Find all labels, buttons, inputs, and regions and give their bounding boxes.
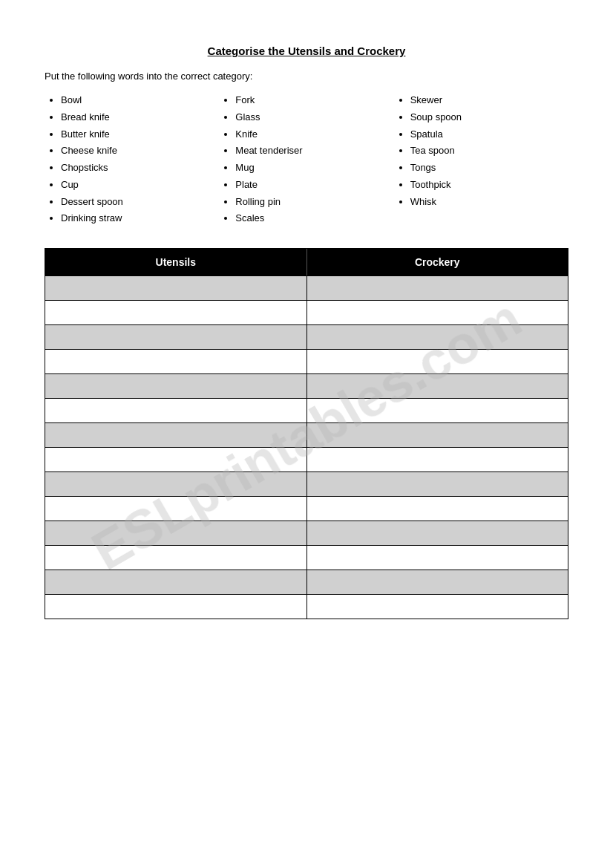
word-column-3: Skewer Soup spoon Spatula Tea spoon Tong… bbox=[394, 92, 568, 227]
list-item: Bread knife bbox=[61, 109, 212, 126]
table-row bbox=[45, 471, 568, 496]
cell-utensils[interactable] bbox=[45, 546, 307, 570]
table-row bbox=[45, 496, 568, 521]
instructions: Put the following words into the correct… bbox=[45, 71, 568, 82]
cell-utensils[interactable] bbox=[45, 472, 307, 496]
cell-utensils[interactable] bbox=[45, 521, 307, 545]
cell-utensils[interactable] bbox=[45, 595, 307, 619]
list-item: Soup spoon bbox=[410, 109, 561, 126]
header-crockery: Crockery bbox=[307, 249, 568, 275]
cell-crockery[interactable] bbox=[307, 301, 568, 324]
cell-crockery[interactable] bbox=[307, 521, 568, 545]
categorize-table: Utensils Crockery bbox=[45, 248, 568, 619]
list-item: Whisk bbox=[410, 194, 561, 211]
cell-utensils[interactable] bbox=[45, 374, 307, 398]
table-row bbox=[45, 422, 568, 447]
cell-crockery[interactable] bbox=[307, 325, 568, 349]
cell-crockery[interactable] bbox=[307, 276, 568, 300]
table-row bbox=[45, 300, 568, 324]
list-item: Scales bbox=[235, 210, 386, 227]
list-item: Drinking straw bbox=[61, 210, 212, 227]
cell-utensils[interactable] bbox=[45, 276, 307, 300]
list-item: Tea spoon bbox=[410, 143, 561, 160]
table-row bbox=[45, 447, 568, 471]
list-item: Bowl bbox=[61, 92, 212, 109]
list-item: Chopsticks bbox=[61, 160, 212, 177]
word-columns: Bowl Bread knife Butter knife Cheese kni… bbox=[45, 92, 568, 227]
list-item: Mug bbox=[235, 160, 386, 177]
cell-utensils[interactable] bbox=[45, 399, 307, 422]
cell-crockery[interactable] bbox=[307, 374, 568, 398]
word-column-1: Bowl Bread knife Butter knife Cheese kni… bbox=[45, 92, 219, 227]
table-header: Utensils Crockery bbox=[45, 249, 568, 275]
list-item: Cup bbox=[61, 177, 212, 194]
cell-utensils[interactable] bbox=[45, 423, 307, 447]
cell-utensils[interactable] bbox=[45, 325, 307, 349]
word-list-3: Skewer Soup spoon Spatula Tea spoon Tong… bbox=[394, 92, 561, 210]
table-row bbox=[45, 594, 568, 619]
cell-crockery[interactable] bbox=[307, 350, 568, 373]
table-row bbox=[45, 275, 568, 300]
list-item: Toothpick bbox=[410, 177, 561, 194]
cell-crockery[interactable] bbox=[307, 423, 568, 447]
table-row bbox=[45, 373, 568, 398]
cell-utensils[interactable] bbox=[45, 570, 307, 594]
word-column-2: Fork Glass Knife Meat tenderiser Mug Pla… bbox=[219, 92, 393, 227]
table-row bbox=[45, 349, 568, 373]
list-item: Spatula bbox=[410, 126, 561, 143]
table-row bbox=[45, 398, 568, 422]
word-list-1: Bowl Bread knife Butter knife Cheese kni… bbox=[45, 92, 212, 227]
list-item: Rolling pin bbox=[235, 194, 386, 211]
cell-crockery[interactable] bbox=[307, 570, 568, 594]
header-utensils: Utensils bbox=[45, 249, 307, 275]
cell-crockery[interactable] bbox=[307, 595, 568, 619]
list-item: Fork bbox=[235, 92, 386, 109]
cell-crockery[interactable] bbox=[307, 497, 568, 521]
cell-crockery[interactable] bbox=[307, 546, 568, 570]
list-item: Plate bbox=[235, 177, 386, 194]
cell-crockery[interactable] bbox=[307, 399, 568, 422]
cell-utensils[interactable] bbox=[45, 448, 307, 471]
list-item: Glass bbox=[235, 109, 386, 126]
list-item: Meat tenderiser bbox=[235, 143, 386, 160]
table-row bbox=[45, 570, 568, 594]
list-item: Cheese knife bbox=[61, 143, 212, 160]
list-item: Knife bbox=[235, 126, 386, 143]
page-title: Categorise the Utensils and Crockery bbox=[45, 45, 568, 57]
cell-utensils[interactable] bbox=[45, 497, 307, 521]
table-body bbox=[45, 275, 568, 619]
cell-crockery[interactable] bbox=[307, 472, 568, 496]
cell-utensils[interactable] bbox=[45, 301, 307, 324]
word-list-2: Fork Glass Knife Meat tenderiser Mug Pla… bbox=[219, 92, 386, 227]
table-row bbox=[45, 324, 568, 349]
list-item: Tongs bbox=[410, 160, 561, 177]
list-item: Skewer bbox=[410, 92, 561, 109]
cell-crockery[interactable] bbox=[307, 448, 568, 471]
table-row bbox=[45, 545, 568, 570]
cell-utensils[interactable] bbox=[45, 350, 307, 373]
list-item: Butter knife bbox=[61, 126, 212, 143]
table-row bbox=[45, 521, 568, 545]
list-item: Dessert spoon bbox=[61, 194, 212, 211]
